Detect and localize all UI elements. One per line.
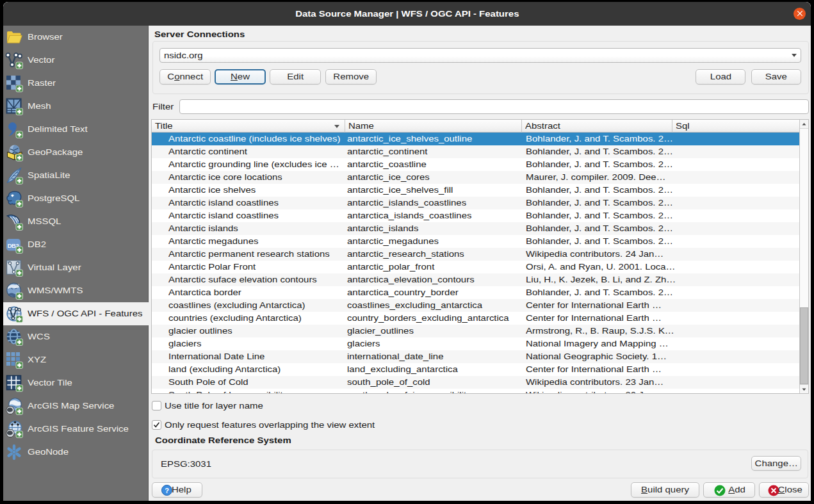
svg-text:?: ?: [165, 487, 169, 494]
